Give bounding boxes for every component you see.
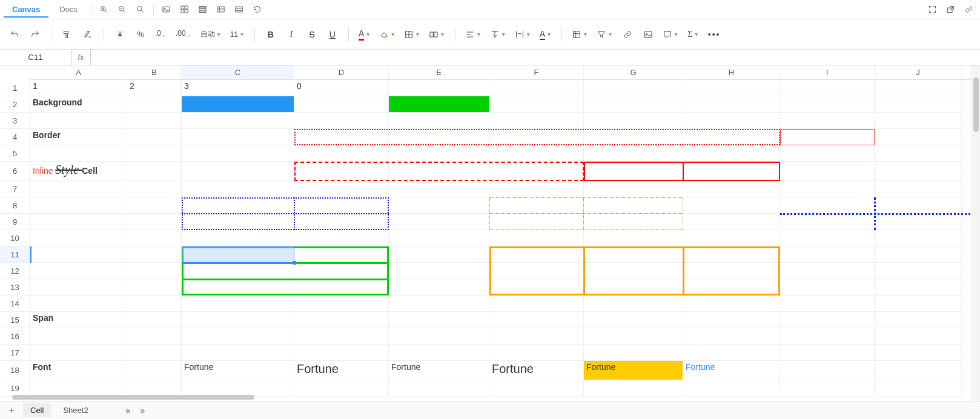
cell-I9[interactable] [780,214,875,230]
fill-color-button[interactable]: ▼ [377,26,398,43]
cell-B15[interactable] [127,312,182,328]
cell-H3[interactable] [683,113,780,129]
cell-E17[interactable] [389,345,489,361]
formula-input[interactable] [91,50,980,65]
cell-H18[interactable]: Fortune [683,361,780,380]
cell-E1[interactable] [389,80,489,96]
cell-F7[interactable] [489,181,584,197]
cell-D16[interactable] [294,328,389,345]
cell-J16[interactable] [875,328,962,345]
percent-button[interactable]: % [132,26,149,43]
cell-D11[interactable] [294,246,389,263]
cell-H8[interactable] [683,197,780,214]
cell-G9[interactable] [584,214,683,230]
cell-E16[interactable] [389,328,489,345]
cell-D15[interactable] [294,312,389,328]
cell-J10[interactable] [875,230,962,246]
cell-E13[interactable] [389,279,489,295]
cell-D18[interactable]: Fortune [294,361,389,380]
cell-D5[interactable] [294,145,389,162]
cell-E14[interactable] [389,295,489,312]
cell-H12[interactable] [683,263,780,279]
cell-I10[interactable] [780,230,875,246]
row-header-13[interactable]: 13 [0,279,30,295]
horizontal-scrollbar[interactable] [0,394,980,401]
cell-J11[interactable] [875,246,962,263]
sheet-prev-button[interactable]: « [124,406,133,415]
cell-H4[interactable] [683,129,780,145]
cell-D1[interactable]: 0 [294,80,389,96]
column-header-F[interactable]: F [489,65,584,79]
add-sheet-button[interactable]: ＋ [5,405,18,416]
cell-E7[interactable] [389,181,489,197]
cell-J18[interactable] [875,361,962,380]
cell-G18[interactable]: Fortune [584,361,683,380]
spreadsheet-grid[interactable]: ABCDEFGHIJ 12345678910111213141516171819… [0,65,980,401]
vertical-scrollbar[interactable] [972,65,980,401]
cell-B6[interactable] [127,162,182,181]
column-header-C[interactable]: C [182,65,294,79]
column-header-B[interactable]: B [127,65,182,79]
cell-G13[interactable] [584,279,683,295]
cell-B3[interactable] [127,113,182,129]
column-header-D[interactable]: D [294,65,389,79]
cell-C13[interactable] [182,279,294,295]
cell-A15[interactable]: Span [30,312,127,328]
cell-J8[interactable] [875,197,962,214]
cell-H6[interactable] [683,162,780,181]
cell-F11[interactable] [489,246,584,263]
row-header-7[interactable]: 7 [0,181,30,197]
cell-E8[interactable] [389,197,489,214]
cell-E3[interactable] [389,113,489,129]
cell-J3[interactable] [875,113,962,129]
cell-E15[interactable] [389,312,489,328]
underline-button[interactable]: U [324,26,341,43]
cell-H11[interactable] [683,246,780,263]
cell-G17[interactable] [584,345,683,361]
cell-E18[interactable]: Fortune [389,361,489,380]
cell-F14[interactable] [489,295,584,312]
filter-button[interactable]: ▼ [594,26,615,43]
cell-B16[interactable] [127,328,182,345]
cell-C12[interactable] [182,263,294,279]
cell-H7[interactable] [683,181,780,197]
cell-A16[interactable] [30,328,127,345]
row-header-4[interactable]: 4 [0,129,30,145]
currency-button[interactable]: ¥ [111,26,128,43]
table-icon[interactable] [213,2,229,18]
row-header-18[interactable]: 18 [0,361,30,380]
comment-button[interactable]: ▼ [660,26,681,43]
column-header-G[interactable]: G [584,65,683,79]
insert-button[interactable]: ▼ [569,26,591,43]
cell-A9[interactable] [30,214,127,230]
cell-I16[interactable] [780,328,875,345]
cell-A12[interactable] [30,263,127,279]
tab-docs[interactable]: Docs [51,1,86,18]
cell-D6[interactable] [294,162,389,181]
cell-C16[interactable] [182,328,294,345]
cell-F9[interactable] [489,214,584,230]
cell-G5[interactable] [584,145,683,162]
cell-G3[interactable] [584,113,683,129]
cell-I7[interactable] [780,181,875,197]
cell-C18[interactable]: Fortune [182,361,294,380]
cell-J17[interactable] [875,345,962,361]
cell-J4[interactable] [875,129,962,145]
zoom-out-icon[interactable] [114,2,130,18]
row-header-16[interactable]: 16 [0,328,30,345]
row-header-8[interactable]: 8 [0,197,30,214]
thumbnails-icon[interactable] [177,2,193,18]
cell-B7[interactable] [127,181,182,197]
cell-D7[interactable] [294,181,389,197]
fullscreen-icon[interactable] [924,2,940,18]
row-header-14[interactable]: 14 [0,295,30,312]
bold-button[interactable]: B [262,26,279,43]
increase-decimal-button[interactable]: .00→ [173,26,194,43]
cell-G2[interactable] [584,96,683,113]
text-color-button[interactable]: A▼ [356,26,373,43]
cell-E12[interactable] [389,263,489,279]
cell-J15[interactable] [875,312,962,328]
text-rotate-button[interactable]: A▼ [537,26,554,43]
text-wrap-button[interactable]: ▼ [512,26,534,43]
scrollbar-thumb[interactable] [12,395,254,400]
